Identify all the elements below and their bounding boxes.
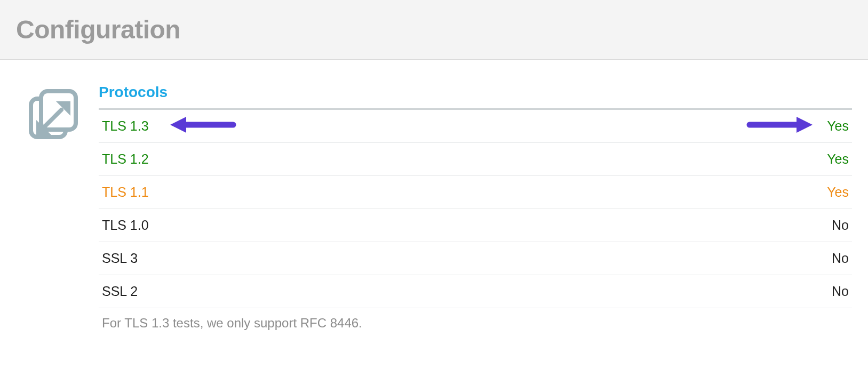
protocol-value: No xyxy=(832,251,849,266)
protocol-value: Yes xyxy=(827,118,849,134)
protocol-value: No xyxy=(832,284,849,299)
protocol-value: Yes xyxy=(827,185,849,200)
protocol-name: SSL 2 xyxy=(102,284,138,299)
protocol-row: TLS 1.3Yes xyxy=(99,110,852,143)
protocol-row: SSL 3No xyxy=(99,242,852,275)
section-note: For TLS 1.3 tests, we only support RFC 8… xyxy=(99,308,852,331)
page-title: Configuration xyxy=(16,15,852,44)
protocols-table: TLS 1.3YesTLS 1.2YesTLS 1.1YesTLS 1.0NoS… xyxy=(99,110,852,308)
protocol-name: TLS 1.1 xyxy=(102,185,149,200)
protocol-value: Yes xyxy=(827,151,849,167)
protocol-value: No xyxy=(832,218,849,233)
section-title: Protocols xyxy=(99,84,852,110)
annotation-arrow-left-icon xyxy=(168,115,237,138)
protocols-icon xyxy=(27,87,80,141)
content-area: Protocols TLS 1.3YesTLS 1.2YesTLS 1.1Yes… xyxy=(0,60,868,347)
page-header: Configuration xyxy=(0,0,868,60)
protocol-name: TLS 1.3 xyxy=(102,118,149,134)
protocol-row: SSL 2No xyxy=(99,275,852,308)
svg-marker-6 xyxy=(170,117,186,133)
protocol-name: TLS 1.2 xyxy=(102,151,149,167)
svg-marker-8 xyxy=(797,117,813,133)
protocol-row: TLS 1.2Yes xyxy=(99,143,852,176)
protocol-name: TLS 1.0 xyxy=(102,218,149,233)
protocols-section: Protocols TLS 1.3YesTLS 1.2YesTLS 1.1Yes… xyxy=(99,84,852,331)
annotation-arrow-right-icon xyxy=(745,115,815,138)
protocol-row: TLS 1.1Yes xyxy=(99,176,852,209)
protocol-name: SSL 3 xyxy=(102,251,138,266)
protocol-row: TLS 1.0No xyxy=(99,209,852,242)
section-icon-column xyxy=(27,84,80,331)
